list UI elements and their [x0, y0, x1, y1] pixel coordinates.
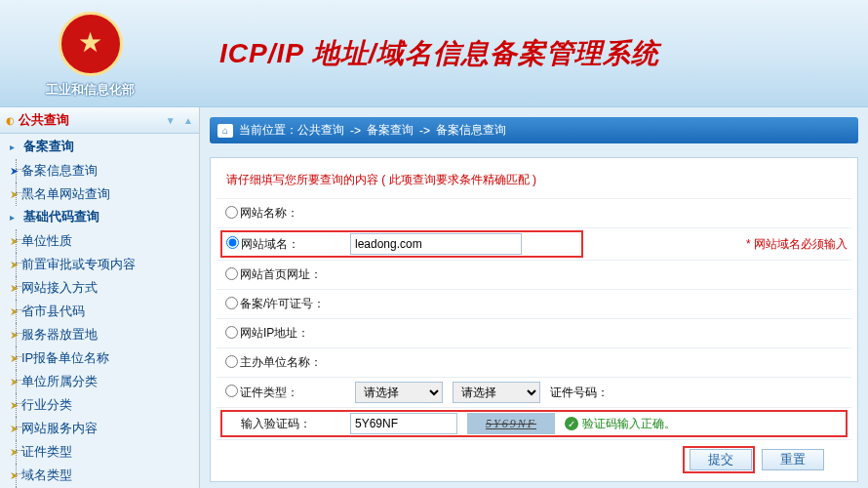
reset-button[interactable]: 重置 [762, 449, 824, 470]
radio-cert-type[interactable] [225, 385, 238, 397]
select-cert-type-2[interactable]: 请选择 [453, 382, 540, 403]
arrow-icon: ➤ [10, 235, 19, 247]
sidebar-group-base-code-query[interactable]: 基础代码查询 [0, 206, 199, 227]
sidebar-panel-header[interactable]: ◐公共查询 ▼ ▲ [0, 107, 199, 134]
breadcrumb-item[interactable]: 备案信息查询 [436, 122, 506, 139]
hint-domain-required: * 网站域名必须输入 [746, 236, 848, 253]
row-sponsor-name: 主办单位名称： [217, 348, 851, 378]
row-cert-type: 证件类型： 请选择 请选择 证件号码： [217, 378, 851, 408]
query-panel: 请仔细填写您所要查询的内容 ( 此项查询要求条件精确匹配 ) 网站名称： 网站域… [210, 157, 858, 482]
sidebar-item-label: 黑名单网站查询 [21, 186, 110, 201]
label-license-no: 备案/许可证号： [240, 296, 355, 312]
sidebar-item-unit-category[interactable]: ➤单位所属分类 [0, 370, 199, 393]
sidebar-item-server-location[interactable]: ➤服务器放置地 [0, 323, 199, 346]
check-icon: ✓ [565, 417, 578, 430]
submit-button[interactable]: 提交 [690, 449, 752, 470]
label-ip: 网站IP地址： [240, 325, 355, 342]
sidebar-item-access-method[interactable]: ➤网站接入方式 [0, 276, 199, 300]
radio-ip[interactable] [225, 326, 238, 339]
breadcrumb-label: 当前位置： [239, 122, 297, 139]
arrow-icon: ➤ [10, 423, 19, 434]
arrow-icon: ➤ [10, 469, 19, 481]
sidebar-panel-title: 公共查询 [19, 112, 69, 127]
sidebar-item-service-content[interactable]: ➤网站服务内容 [0, 417, 199, 440]
sidebar-item-ip-report-unit[interactable]: ➤IP报备单位名称 [0, 346, 199, 370]
arrow-icon: ➤ [10, 305, 19, 317]
arrow-icon: ➤ [10, 446, 19, 458]
sidebar-item-industry-category[interactable]: ➤行业分类 [0, 393, 199, 417]
sidebar-item-label: 单位性质 [21, 233, 72, 248]
sidebar-group-record-query[interactable]: 备案查询 [0, 136, 199, 157]
breadcrumb-item[interactable]: 公共查询 [297, 122, 344, 139]
arrow-icon: ➤ [10, 329, 19, 341]
sidebar-item-label: 单位所属分类 [21, 374, 98, 388]
sidebar-item-label: 前置审批或专项内容 [21, 257, 136, 271]
sidebar-item-label: 省市县代码 [21, 304, 85, 318]
row-domain: 网站域名： * 网站域名必须输入 [217, 228, 851, 261]
ministry-name: 工业和信息化部 [0, 81, 180, 99]
sidebar-item-domain-type[interactable]: ➤域名类型 [0, 464, 199, 487]
instruction-text: 请仔细填写您所要查询的内容 ( 此项查询要求条件精确匹配 ) [217, 166, 851, 199]
home-icon[interactable]: ⌂ [217, 124, 233, 138]
sidebar-item-pre-approval[interactable]: ➤前置审批或专项内容 [0, 253, 199, 276]
radio-domain[interactable] [226, 236, 239, 249]
select-cert-type-1[interactable]: 请选择 [355, 382, 443, 403]
arrow-icon: ➤ [10, 376, 19, 387]
row-license-no: 备案/许可证号： [217, 290, 851, 319]
sidebar-item-label: 服务器放置地 [21, 327, 98, 342]
bullet-icon: ◐ [6, 115, 15, 126]
sidebar-item-cert-type[interactable]: ➤证件类型 [0, 440, 199, 464]
row-captcha: 输入验证码： 5Y69NF ✓验证码输入正确。 [217, 408, 851, 440]
arrow-icon: ➤ [10, 282, 19, 294]
sidebar-item-unit-nature[interactable]: ➤单位性质 [0, 229, 199, 253]
sidebar-item-area-code[interactable]: ➤省市县代码 [0, 300, 199, 323]
arrow-icon: ➤ [10, 188, 19, 200]
label-homepage-url: 网站首页网址： [240, 266, 355, 283]
radio-site-name[interactable] [225, 206, 238, 219]
sidebar-item-label: 备案信息查询 [21, 163, 98, 178]
sidebar-item-label: 网站接入方式 [21, 280, 98, 295]
label-cert-no: 证件号码： [550, 385, 609, 401]
sidebar-item-label: 网站服务内容 [21, 421, 98, 435]
breadcrumb-item[interactable]: 备案查询 [367, 122, 414, 139]
captcha-ok-text: 验证码输入正确。 [582, 417, 676, 430]
arrow-icon: ➤ [10, 165, 19, 177]
sidebar-item-blacklist-query[interactable]: ➤黑名单网站查询 [0, 183, 199, 206]
national-emblem-icon [59, 12, 123, 76]
sidebar: ◐公共查询 ▼ ▲ 备案查询 ➤备案信息查询 ➤黑名单网站查询 基础代码查询 ➤… [0, 107, 200, 488]
arrow-icon: ➤ [10, 399, 19, 411]
highlight-box-domain: 网站域名： [220, 230, 583, 258]
highlight-box-captcha: 输入验证码： 5Y69NF ✓验证码输入正确。 [220, 410, 848, 437]
sidebar-item-label: 域名类型 [21, 468, 72, 482]
radio-homepage-url[interactable] [225, 267, 238, 280]
breadcrumb-sep: -> [419, 124, 430, 138]
input-captcha[interactable] [350, 413, 457, 434]
system-title: ICP/IP 地址/域名信息备案管理系统 [219, 35, 659, 72]
input-domain[interactable] [350, 233, 522, 255]
content-area: ⌂ 当前位置： 公共查询 -> 备案查询 -> 备案信息查询 请仔细填写您所要查… [200, 107, 868, 488]
sidebar-item-label: 证件类型 [21, 444, 72, 459]
row-homepage-url: 网站首页网址： [217, 261, 851, 290]
breadcrumb-sep: -> [350, 124, 361, 138]
label-captcha: 输入验证码： [241, 416, 350, 432]
radio-sponsor-name[interactable] [225, 355, 238, 368]
header: 工业和信息化部 ICP/IP 地址/域名信息备案管理系统 [0, 0, 868, 107]
radio-license-no[interactable] [225, 297, 238, 309]
arrow-icon: ➤ [10, 259, 19, 270]
label-site-name: 网站名称： [240, 205, 355, 222]
captcha-status: ✓验证码输入正确。 [565, 416, 676, 432]
arrow-icon: ➤ [10, 352, 19, 364]
breadcrumb: ⌂ 当前位置： 公共查询 -> 备案查询 -> 备案信息查询 [210, 117, 858, 143]
row-site-name: 网站名称： [217, 199, 851, 228]
sidebar-item-record-info-query[interactable]: ➤备案信息查询 [0, 159, 199, 183]
label-sponsor-name: 主办单位名称： [240, 354, 355, 371]
button-row: 提交 重置 [217, 440, 851, 473]
highlight-box-submit: 提交 [683, 446, 755, 473]
captcha-image[interactable]: 5Y69NF [467, 413, 555, 434]
emblem-block: 工业和信息化部 [0, 8, 180, 99]
row-ip: 网站IP地址： [217, 319, 851, 348]
sidebar-item-label: IP报备单位名称 [21, 350, 109, 365]
collapse-icon[interactable]: ▼ ▲ [166, 115, 193, 126]
sidebar-item-label: 行业分类 [21, 397, 72, 412]
label-domain: 网站域名： [241, 236, 350, 253]
